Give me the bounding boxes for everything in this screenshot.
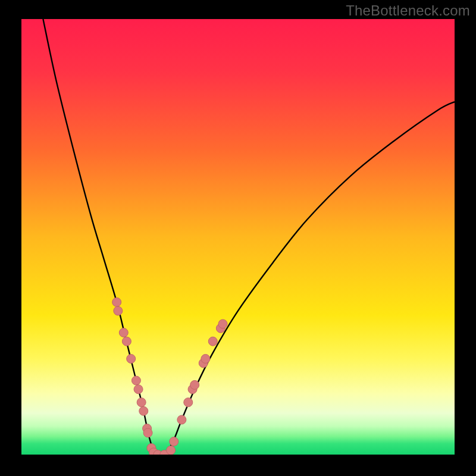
marker-dot xyxy=(131,376,140,385)
marker-dot xyxy=(184,398,193,407)
marker-dot xyxy=(177,415,186,424)
marker-dot xyxy=(139,406,148,415)
marker-dot xyxy=(208,337,217,346)
marker-dot xyxy=(167,446,176,455)
marker-dot xyxy=(112,298,121,306)
marker-dot xyxy=(122,337,131,346)
plot-gradient-background xyxy=(21,19,455,455)
watermark-text: TheBottleneck.com xyxy=(346,2,470,19)
marker-dot xyxy=(127,354,136,363)
marker-dot xyxy=(143,428,152,437)
marker-dot xyxy=(170,437,178,446)
marker-dot xyxy=(134,385,143,394)
marker-dot xyxy=(190,380,199,389)
marker-dot xyxy=(218,320,227,328)
marker-dot xyxy=(119,328,128,337)
marker-dot xyxy=(114,306,123,315)
marker-dot xyxy=(201,354,210,363)
chart-stage: TheBottleneck.com xyxy=(0,0,476,476)
bottleneck-chart-svg xyxy=(0,0,476,476)
marker-dot xyxy=(137,398,146,407)
